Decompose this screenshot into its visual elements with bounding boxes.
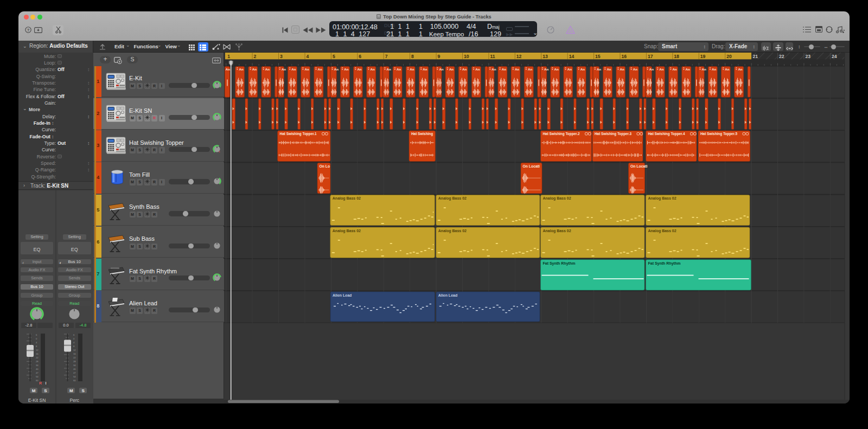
svg-text:Analog Bass 02: Analog Bass 02 <box>543 229 571 233</box>
svg-text:An: An <box>265 67 270 71</box>
svg-text:9: 9 <box>438 54 441 59</box>
svg-text:18: 18 <box>674 54 679 59</box>
svg-text:23: 23 <box>805 54 810 59</box>
svg-text:An: An <box>449 67 454 71</box>
svg-text:An: An <box>462 67 467 71</box>
svg-text:An: An <box>439 67 443 71</box>
svg-text:0: 0 <box>73 337 75 340</box>
svg-text:Alien Lead: Alien Lead <box>333 293 352 297</box>
svg-text:7: 7 <box>385 54 388 59</box>
svg-text:22: 22 <box>73 356 76 359</box>
svg-text:15: 15 <box>595 54 601 59</box>
svg-text:An: An <box>567 67 572 71</box>
svg-text:Hat Swishing Topper.2: Hat Swishing Topper.2 <box>543 132 580 136</box>
svg-text:4: 4 <box>307 54 309 59</box>
svg-text:An: An <box>580 67 585 71</box>
svg-text:47: 47 <box>36 372 39 374</box>
svg-text:10: 10 <box>464 54 469 59</box>
svg-text:11: 11 <box>490 54 495 59</box>
svg-text:17: 17 <box>648 54 653 59</box>
svg-text:Hat Swishing Topper.5: Hat Swishing Topper.5 <box>700 132 738 136</box>
svg-text:An: An <box>387 67 391 71</box>
svg-text:Hat Swishing: Hat Swishing <box>411 132 433 136</box>
svg-text:An: An <box>423 67 427 71</box>
svg-text:28: 28 <box>36 360 39 363</box>
svg-text:An: An <box>702 67 706 71</box>
svg-text:An: An <box>597 67 601 71</box>
svg-text:16: 16 <box>622 54 627 59</box>
svg-text:An: An <box>475 67 480 71</box>
svg-text:21: 21 <box>753 54 758 59</box>
svg-text:An: An <box>397 67 401 71</box>
svg-text:8: 8 <box>411 54 414 59</box>
svg-text:8: 8 <box>73 345 75 348</box>
svg-text:13: 13 <box>542 54 548 59</box>
svg-text:An: An <box>318 67 322 71</box>
svg-text:An: An <box>371 67 375 71</box>
svg-text:22: 22 <box>36 356 39 359</box>
svg-text:On Locati: On Locati <box>523 164 540 168</box>
svg-text:An: An <box>357 67 361 71</box>
svg-text:47: 47 <box>73 372 76 374</box>
svg-text:An: An <box>672 67 676 71</box>
svg-text:An: An <box>686 67 690 71</box>
svg-text:An: An <box>528 67 532 71</box>
svg-text:12: 12 <box>36 349 39 351</box>
svg-text:An: An <box>515 67 519 71</box>
svg-text:40: 40 <box>36 368 39 370</box>
svg-text:54: 54 <box>73 375 76 378</box>
svg-text:19: 19 <box>700 54 706 59</box>
svg-text:24: 24 <box>832 54 837 59</box>
svg-text:4: 4 <box>36 341 37 344</box>
svg-text:Analog Bass 02: Analog Bass 02 <box>438 229 467 233</box>
svg-text:Fat Synth Rhythm: Fat Synth Rhythm <box>648 261 681 266</box>
svg-text:?: ? <box>27 28 30 33</box>
svg-text:Alien Lead: Alien Lead <box>438 293 457 297</box>
svg-text:6: 6 <box>359 54 361 59</box>
svg-text:28: 28 <box>73 360 76 363</box>
svg-text:Hat Swishing Topper.3: Hat Swishing Topper.3 <box>595 132 632 136</box>
svg-text:Analog Bass 02: Analog Bass 02 <box>543 196 571 201</box>
svg-text:An: An <box>282 67 286 71</box>
svg-text:54: 54 <box>36 375 39 378</box>
svg-text:An: An <box>502 67 506 71</box>
svg-text:An: An <box>633 67 637 71</box>
svg-text:12: 12 <box>73 349 76 351</box>
svg-text:5: 5 <box>333 54 335 59</box>
svg-text:Analog Bass 02: Analog Bass 02 <box>648 229 676 233</box>
svg-text:An: An <box>649 67 654 71</box>
svg-text:14: 14 <box>569 54 575 59</box>
svg-text:An: An <box>252 67 257 71</box>
svg-text:An: An <box>725 67 729 71</box>
svg-text:16: 16 <box>36 353 39 355</box>
svg-text:8: 8 <box>36 345 37 348</box>
svg-text:An: An <box>410 67 414 71</box>
svg-text:An: An <box>659 67 663 71</box>
svg-text:An: An <box>492 67 496 71</box>
svg-text:4: 4 <box>73 341 75 344</box>
svg-text:An: An <box>239 67 244 71</box>
svg-text:0: 0 <box>36 337 37 340</box>
svg-text:An: An <box>544 67 548 71</box>
svg-text:Hat Swishing Topper.1: Hat Swishing Topper.1 <box>280 132 317 136</box>
svg-text:An: An <box>291 67 296 71</box>
svg-text:20: 20 <box>726 54 732 59</box>
svg-text:40: 40 <box>73 368 76 370</box>
svg-text:An: An <box>607 67 611 71</box>
svg-text:An: An <box>334 67 339 71</box>
svg-text:Analog Bass 02: Analog Bass 02 <box>648 196 676 201</box>
svg-text:Analog Bass 02: Analog Bass 02 <box>333 229 361 233</box>
svg-text:6: 6 <box>36 334 37 336</box>
svg-text:An: An <box>738 67 742 71</box>
svg-text:Analog Bass 02: Analog Bass 02 <box>333 196 361 201</box>
svg-text:On Lo: On Lo <box>320 164 330 168</box>
svg-text:34: 34 <box>36 364 39 367</box>
svg-text:Fat Synth Rhythm: Fat Synth Rhythm <box>543 261 576 266</box>
svg-text:An: An <box>226 67 230 71</box>
svg-text:2: 2 <box>254 54 257 59</box>
svg-text:On Locati: On Locati <box>630 164 647 168</box>
svg-text:60: 60 <box>73 379 76 382</box>
svg-text:An: An <box>712 67 716 71</box>
svg-text:An: An <box>620 67 624 71</box>
svg-text:Hat Swishing Topper.4: Hat Swishing Topper.4 <box>648 132 686 136</box>
